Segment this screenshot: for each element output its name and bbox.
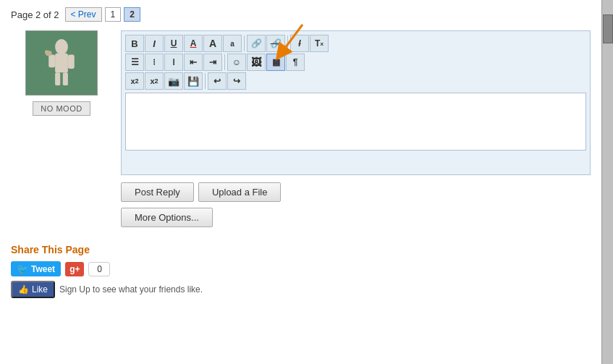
toolbar-row-2: ☰ ⁝ ⁞ ⇤ ⇥ ☺ 🖼 ▦ ¶ xyxy=(125,54,586,71)
rte-panel: B I U A A a 🔗 🔗 I Tx xyxy=(121,30,591,175)
paragraph-button[interactable]: ¶ xyxy=(286,54,305,71)
subscript-button[interactable]: x2 xyxy=(125,72,144,90)
gplus-button[interactable]: g+ xyxy=(65,262,84,276)
page-2-button[interactable]: 2 xyxy=(124,7,140,22)
prev-button[interactable]: < Prev xyxy=(65,7,102,22)
strikethrough-button[interactable]: I xyxy=(290,35,309,52)
avatar-panel: No Mood xyxy=(11,30,112,175)
svg-rect-5 xyxy=(55,72,60,85)
save-button[interactable]: 💾 xyxy=(184,72,203,90)
toolbar-divider-3 xyxy=(224,54,225,70)
svg-point-8 xyxy=(45,50,48,54)
avatar-svg xyxy=(33,34,90,92)
more-options-row: More Options... xyxy=(121,208,591,227)
svg-point-1 xyxy=(55,39,68,54)
toolbar-divider-1 xyxy=(244,35,245,51)
rte-toolbar: B I U A A a 🔗 🔗 I Tx xyxy=(125,35,586,90)
scrollbar-thumb[interactable] xyxy=(603,14,613,43)
fb-signup-text: Sign Up to see what your friends like. xyxy=(59,284,203,295)
tweet-label: Tweet xyxy=(31,264,55,274)
remove-format-button[interactable]: Tx xyxy=(310,35,329,52)
font-size-small-button[interactable]: a xyxy=(223,35,242,52)
fb-like-button[interactable]: 👍 Like xyxy=(11,281,55,298)
gplus-label: g+ xyxy=(69,264,80,274)
table-button[interactable]: ▦ xyxy=(266,54,285,71)
align-left-button[interactable]: ☰ xyxy=(125,54,144,71)
tweet-button[interactable]: 🐦 Tweet xyxy=(11,261,61,276)
share-title: Share This Page xyxy=(11,244,591,255)
page-1-button[interactable]: 1 xyxy=(105,7,122,22)
toolbar-row-3: x2 x2 📷 💾 ↩ ↪ xyxy=(125,72,586,90)
fb-like-label: Like xyxy=(32,284,48,295)
image-button[interactable]: 🖼 xyxy=(247,54,266,71)
share-buttons: 🐦 Tweet g+ 0 xyxy=(11,261,591,276)
avatar-image xyxy=(25,30,98,96)
fb-like-row: 👍 Like Sign Up to see what your friends … xyxy=(11,281,591,298)
svg-rect-3 xyxy=(48,54,55,67)
gplus-count: 0 xyxy=(88,262,110,276)
bold-button[interactable]: B xyxy=(125,35,144,52)
action-buttons-row: Post Reply Upload a File xyxy=(121,182,591,202)
redo-button[interactable]: ↪ xyxy=(227,72,246,90)
emoji-button[interactable]: ☺ xyxy=(227,54,246,71)
unordered-list-button[interactable]: ⁝ xyxy=(145,54,164,71)
italic-button[interactable]: I xyxy=(145,35,164,52)
twitter-icon: 🐦 xyxy=(17,263,28,274)
font-color-button[interactable]: A xyxy=(184,35,203,52)
ordered-list-button[interactable]: ⁞ xyxy=(164,54,183,71)
upload-file-button[interactable]: Upload a File xyxy=(198,182,282,202)
link-button[interactable]: 🔗 xyxy=(247,35,266,52)
toolbar-row-1: B I U A A a 🔗 🔗 I Tx xyxy=(125,35,586,52)
svg-rect-6 xyxy=(63,72,68,85)
pagination-text: Page 2 of 2 xyxy=(11,9,59,20)
toolbar-divider-2 xyxy=(287,35,288,51)
underline-button[interactable]: U xyxy=(164,35,183,52)
indent-more-button[interactable]: ⇥ xyxy=(203,54,222,71)
post-reply-button[interactable]: Post Reply xyxy=(121,182,194,202)
pagination: Page 2 of 2 < Prev 1 2 xyxy=(11,7,591,22)
camera-button[interactable]: 📷 xyxy=(164,72,183,90)
rte-content-area[interactable] xyxy=(125,93,586,151)
unlink-button[interactable]: 🔗 xyxy=(266,35,285,52)
svg-rect-2 xyxy=(55,54,68,73)
more-options-button[interactable]: More Options... xyxy=(121,208,213,227)
undo-button[interactable]: ↩ xyxy=(208,72,227,90)
editor-container: No Mood B I U A A a 🔗 🔗 xyxy=(11,30,591,175)
svg-rect-4 xyxy=(68,54,75,69)
mood-button[interactable]: No Mood xyxy=(33,101,90,116)
scrollbar-track[interactable] xyxy=(601,0,613,364)
superscript-button[interactable]: x2 xyxy=(145,72,164,90)
fb-thumbs-icon: 👍 xyxy=(18,284,29,295)
share-section: Share This Page 🐦 Tweet g+ 0 👍 Like xyxy=(11,238,591,298)
indent-less-button[interactable]: ⇤ xyxy=(184,54,203,71)
font-size-button[interactable]: A xyxy=(203,35,222,52)
toolbar-divider-4 xyxy=(205,73,206,89)
